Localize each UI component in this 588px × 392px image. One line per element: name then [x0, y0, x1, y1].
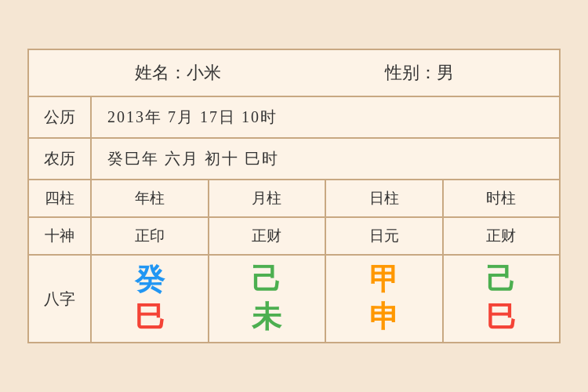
col-hour: 时柱: [444, 180, 560, 216]
bazi-label: 八字: [29, 256, 92, 342]
lunar-row: 农历 癸巳年 六月 初十 巳时: [29, 139, 559, 180]
solar-label: 公历: [29, 97, 92, 137]
shishen-row: 十神 正印 正财 日元 正财: [29, 218, 559, 256]
bazi-col-hour: 己 巳: [444, 256, 560, 342]
header-row: 姓名：小米 性别：男: [29, 50, 559, 97]
bazi-hour-top: 己: [486, 263, 516, 296]
bazi-col-day: 甲 申: [326, 256, 444, 342]
shen-hour: 正财: [444, 218, 560, 254]
bazi-day-top: 甲: [369, 263, 399, 296]
bazi-year-bottom: 巳: [135, 301, 165, 334]
name-label: 姓名：小米: [135, 61, 221, 85]
pillar-header-row: 四柱 年柱 月柱 日柱 时柱: [29, 180, 559, 218]
bazi-hour-bottom: 巳: [486, 301, 516, 334]
solar-content: 2013年 7月 17日 10时: [92, 97, 559, 137]
pillar-label: 四柱: [29, 180, 92, 216]
main-container: 姓名：小米 性别：男 公历 2013年 7月 17日 10时 农历 癸巳年 六月…: [27, 49, 561, 343]
bazi-col-year: 癸 巳: [92, 256, 209, 342]
bazi-col-month: 己 未: [209, 256, 327, 342]
bazi-month-bottom: 未: [252, 301, 281, 334]
col-day: 日柱: [326, 180, 444, 216]
col-year: 年柱: [92, 180, 209, 216]
bazi-year-top: 癸: [135, 263, 165, 296]
bazi-day-bottom: 申: [369, 301, 399, 334]
shen-day: 日元: [326, 218, 444, 254]
bazi-month-top: 己: [252, 263, 281, 296]
solar-row: 公历 2013年 7月 17日 10时: [29, 97, 559, 139]
shen-month: 正财: [209, 218, 327, 254]
bazi-row: 八字 癸 巳 己 未 甲 申 己 巳: [29, 256, 559, 342]
lunar-content: 癸巳年 六月 初十 巳时: [92, 139, 559, 179]
gender-label: 性别：男: [385, 61, 454, 85]
lunar-label: 农历: [29, 139, 92, 179]
bazi-columns: 癸 巳 己 未 甲 申 己 巳: [92, 256, 559, 342]
shen-year: 正印: [92, 218, 209, 254]
shen-label: 十神: [29, 218, 92, 254]
col-month: 月柱: [209, 180, 327, 216]
